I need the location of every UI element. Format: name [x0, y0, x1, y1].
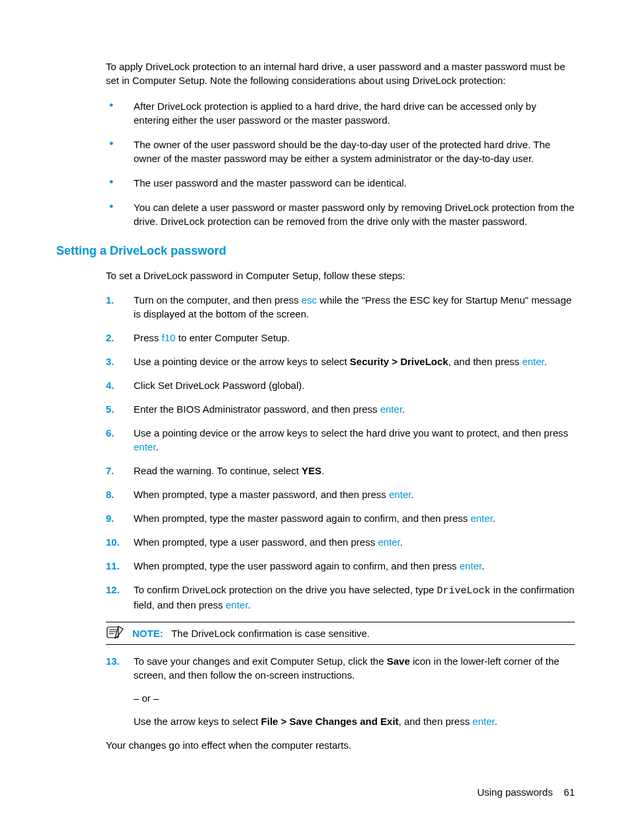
note-box: NOTE: The DriveLock confirmation is case…	[106, 622, 575, 645]
closing-text: Your changes go into effect when the com…	[106, 738, 575, 752]
step-text: .	[248, 599, 251, 610]
step-text: .	[411, 489, 413, 500]
step-text: Use a pointing device or the arrow keys …	[134, 356, 350, 367]
key-enter: enter	[470, 513, 492, 524]
step-alt: Use the arrow keys to select File > Save…	[134, 714, 575, 728]
section-heading: Setting a DriveLock password	[56, 243, 575, 259]
step-7: Read the warning. To continue, select YE…	[106, 464, 575, 478]
step-text: .	[544, 356, 547, 367]
bold-text: Save	[387, 655, 410, 667]
step-12: To confirm DriveLock protection on the d…	[106, 583, 575, 612]
key-enter: enter	[460, 560, 482, 571]
note-icon	[106, 625, 124, 640]
step-text: Use a pointing device or the arrow keys …	[134, 427, 568, 439]
step-text: Read the warning. To continue, select	[134, 465, 302, 476]
step-6: Use a pointing device or the arrow keys …	[106, 426, 575, 454]
footer-section: Using passwords	[477, 786, 552, 798]
step-text: , and then press	[399, 716, 473, 727]
key-enter: enter	[472, 716, 494, 727]
step-9: When prompted, type the master password …	[106, 511, 575, 525]
step-4: Click Set DriveLock Password (global).	[106, 378, 575, 392]
step-text: .	[482, 560, 484, 571]
step-text: To confirm DriveLock protection on the d…	[134, 584, 437, 595]
key-enter: enter	[134, 441, 155, 452]
key-esc: esc	[302, 294, 317, 306]
step-text: .	[402, 403, 405, 415]
bold-text: YES	[302, 465, 321, 476]
step-text: To save your changes and exit Computer S…	[134, 655, 387, 667]
step-or: – or –	[134, 691, 575, 705]
step-1: Turn on the computer, and then press esc…	[106, 293, 575, 321]
page-content: To apply DriveLock protection to an inte…	[0, 0, 631, 752]
key-enter: enter	[522, 356, 544, 367]
key-enter: enter	[378, 536, 400, 548]
step-text: Use the arrow keys to select	[134, 716, 261, 727]
list-item: The owner of the user password should be…	[106, 138, 575, 165]
page-footer: Using passwords 61	[477, 785, 575, 799]
key-enter: enter	[389, 489, 411, 500]
step-text: When prompted, type the user password ag…	[134, 560, 460, 571]
step-text: When prompted, type a master password, a…	[134, 489, 389, 500]
step-text: , and then press	[448, 356, 523, 367]
step-13: To save your changes and exit Computer S…	[106, 654, 575, 728]
considerations-list: After DriveLock protection is applied to…	[106, 99, 575, 228]
step-10: When prompted, type a user password, and…	[106, 535, 575, 549]
mono-text: DriveLock	[437, 585, 491, 597]
list-item: You can delete a user password or master…	[106, 200, 575, 228]
step-text: Enter the BIOS Administrator password, a…	[134, 403, 380, 415]
step-11: When prompted, type the user password ag…	[106, 559, 575, 573]
footer-page-number: 61	[564, 786, 575, 798]
key-enter: enter	[226, 599, 247, 610]
step-3: Use a pointing device or the arrow keys …	[106, 355, 575, 368]
key-enter: enter	[380, 403, 402, 415]
step-text: Turn on the computer, and then press	[134, 294, 302, 306]
bold-text: File > Save Changes and Exit	[261, 716, 399, 727]
lead-paragraph: To set a DriveLock password in Computer …	[106, 269, 575, 282]
note-text	[166, 628, 171, 639]
step-2: Press f10 to enter Computer Setup.	[106, 331, 575, 345]
list-item: After DriveLock protection is applied to…	[106, 99, 575, 127]
steps-list-cont: To save your changes and exit Computer S…	[106, 654, 575, 728]
step-text: When prompted, type a user password, and…	[134, 536, 378, 548]
step-5: Enter the BIOS Administrator password, a…	[106, 402, 575, 416]
note-text: The DriveLock confirmation is case sensi…	[171, 628, 370, 639]
step-text: .	[321, 465, 324, 476]
bold-text: Security > DriveLock	[350, 356, 448, 367]
step-text: Press	[134, 332, 162, 343]
steps-list: Turn on the computer, and then press esc…	[106, 293, 575, 612]
key-f10: f10	[162, 332, 176, 343]
step-text: .	[400, 536, 403, 548]
step-text: .	[155, 441, 158, 452]
intro-paragraph: To apply DriveLock protection to an inte…	[106, 60, 575, 87]
step-text: to enter Computer Setup.	[175, 332, 290, 343]
step-text: .	[495, 716, 497, 727]
step-8: When prompted, type a master password, a…	[106, 487, 575, 501]
note-label: NOTE:	[132, 628, 163, 639]
step-text: When prompted, type the master password …	[134, 513, 470, 524]
step-text: .	[493, 513, 495, 524]
list-item: The user password and the master passwor…	[106, 176, 575, 190]
